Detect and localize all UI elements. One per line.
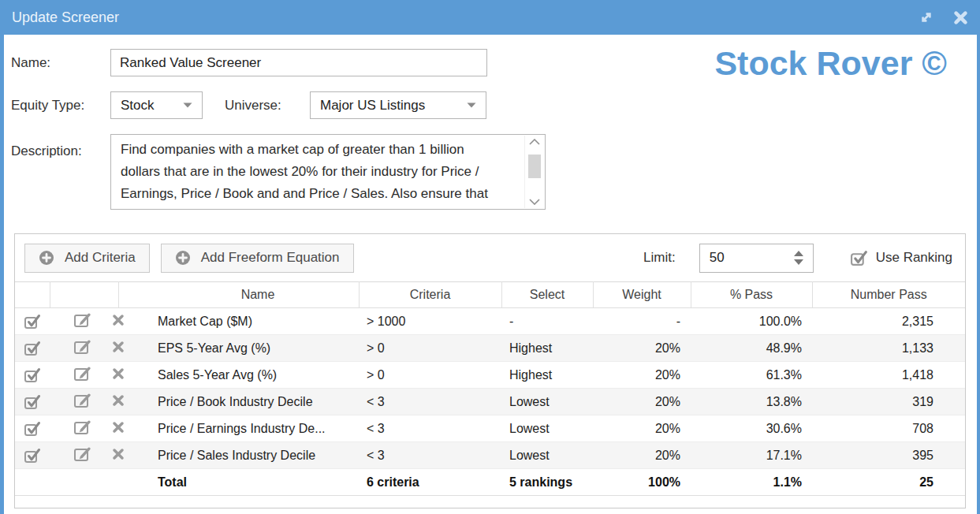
description-text: Find companies with a market cap of grea… [111, 135, 545, 210]
edit-icon[interactable] [73, 339, 94, 358]
criteria-name: Price / Sales Industry Decile [118, 442, 359, 469]
scrollbar-thumb[interactable] [528, 155, 541, 178]
pct-pass-value: 30.6% [691, 415, 812, 442]
header-pct-pass: % Pass [691, 282, 812, 308]
delete-x-icon[interactable] [112, 367, 125, 383]
table-row: Price / Earnings Industry De... < 3 Lowe… [15, 415, 965, 442]
criteria-table: Name Criteria Select Weight % Pass Numbe… [15, 281, 965, 496]
criteria-name: EPS 5-Year Avg (%) [118, 335, 359, 362]
criteria-name: Sales 5-Year Avg (%) [118, 362, 359, 389]
criteria-name: Market Cap ($M) [118, 308, 359, 335]
pct-pass-value: 13.8% [691, 389, 812, 415]
description-label: Description: [11, 134, 110, 159]
dialog-left-border [0, 35, 4, 514]
limit-stepper [699, 244, 814, 273]
add-criteria-button[interactable]: Add Criteria [24, 244, 150, 273]
delete-x-icon[interactable] [112, 394, 125, 410]
expand-icon[interactable] [919, 9, 934, 25]
edit-icon[interactable] [73, 393, 94, 412]
number-pass-value: 319 [812, 389, 965, 415]
arrow-down-icon[interactable] [794, 259, 803, 265]
dialog-right-border [977, 35, 980, 514]
criteria-name: Price / Earnings Industry De... [118, 415, 359, 442]
description-scrollbar[interactable] [524, 136, 544, 208]
number-pass-value: 395 [812, 442, 965, 469]
total-label: Total [118, 469, 359, 496]
total-pct-pass: 1.1% [691, 469, 812, 496]
table-row: Sales 5-Year Avg (%) > 0 Highest 20% 61.… [15, 362, 965, 389]
pct-pass-value: 100.0% [691, 308, 812, 335]
limit-label: Limit: [643, 250, 676, 266]
screener-form: Name: Equity Type: Stock Universe: Major… [11, 49, 546, 225]
header-checkbox-col [15, 282, 50, 308]
criteria-value: < 3 [359, 415, 501, 442]
name-label: Name: [11, 55, 110, 71]
table-row: Price / Sales Industry Decile < 3 Lowest… [15, 442, 965, 469]
equity-type-select[interactable]: Stock [110, 91, 203, 119]
total-number-pass: 25 [812, 469, 965, 496]
stock-rover-logo: Stock Rover © [714, 44, 947, 83]
limit-input[interactable] [710, 250, 781, 266]
row-checkbox[interactable] [24, 448, 41, 464]
row-checkbox[interactable] [24, 341, 41, 356]
number-pass-value: 1,133 [812, 335, 965, 362]
use-ranking-label: Use Ranking [876, 250, 952, 266]
total-criteria: 6 criteria [359, 469, 501, 496]
row-checkbox[interactable] [24, 394, 41, 410]
chevron-down-icon[interactable] [525, 196, 544, 208]
description-textarea[interactable]: Find companies with a market cap of grea… [110, 134, 546, 210]
select-value: Lowest [501, 415, 593, 442]
delete-x-icon[interactable] [112, 421, 125, 437]
header-criteria: Criteria [359, 282, 501, 308]
edit-icon[interactable] [73, 446, 94, 465]
universe-label: Universe: [225, 98, 310, 114]
chevron-up-icon[interactable] [525, 136, 544, 148]
delete-x-icon[interactable] [112, 341, 125, 356]
weight-value: 20% [593, 362, 691, 389]
criteria-panel: Add Criteria Add Freeform Equation Limit… [14, 233, 966, 508]
pct-pass-value: 48.9% [691, 335, 812, 362]
table-row: EPS 5-Year Avg (%) > 0 Highest 20% 48.9%… [15, 335, 965, 362]
criteria-value: > 1000 [359, 308, 501, 335]
row-checkbox[interactable] [24, 367, 41, 383]
header-actions-col [50, 282, 118, 308]
table-header-row: Name Criteria Select Weight % Pass Numbe… [15, 282, 965, 308]
row-checkbox[interactable] [24, 314, 41, 330]
number-pass-value: 708 [812, 415, 965, 442]
edit-icon[interactable] [73, 312, 94, 331]
use-ranking-checkbox[interactable] [850, 250, 868, 266]
table-total-row: Total 6 criteria 5 rankings 100% 1.1% 25 [15, 469, 965, 496]
delete-x-icon[interactable] [112, 314, 125, 330]
total-weight: 100% [593, 469, 691, 496]
criteria-toolbar: Add Criteria Add Freeform Equation Limit… [15, 234, 965, 281]
weight-value: 20% [593, 389, 691, 415]
criteria-name: Price / Book Industry Decile [118, 389, 359, 415]
header-select: Select [501, 282, 593, 308]
arrow-up-icon[interactable] [794, 251, 803, 256]
table-row: Market Cap ($M) > 1000 - - 100.0% 2,315 [15, 308, 965, 335]
edit-icon[interactable] [73, 419, 94, 438]
header-number-pass: Number Pass [812, 282, 965, 308]
row-checkbox[interactable] [24, 421, 41, 437]
name-input[interactable] [110, 49, 487, 76]
header-weight: Weight [593, 282, 691, 308]
add-freeform-equation-button[interactable]: Add Freeform Equation [161, 244, 354, 273]
pct-pass-value: 61.3% [691, 362, 812, 389]
number-pass-value: 2,315 [812, 308, 965, 335]
criteria-value: > 0 [359, 335, 501, 362]
edit-icon[interactable] [73, 366, 94, 385]
close-icon[interactable] [952, 9, 968, 25]
equity-type-label: Equity Type: [11, 98, 110, 114]
delete-x-icon[interactable] [112, 448, 125, 464]
criteria-value: < 3 [359, 389, 501, 415]
number-pass-value: 1,418 [812, 362, 965, 389]
select-value: Lowest [501, 389, 593, 415]
caret-down-icon [467, 102, 476, 108]
update-screener-dialog: Update Screener Stock Rover © Name: Equi… [0, 0, 980, 514]
plus-circle-icon [39, 250, 54, 266]
table-row: Price / Book Industry Decile < 3 Lowest … [15, 389, 965, 415]
criteria-value: > 0 [359, 362, 501, 389]
universe-value: Major US Listings [320, 98, 425, 114]
dialog-title: Update Screener [12, 9, 919, 26]
universe-select[interactable]: Major US Listings [310, 91, 486, 119]
